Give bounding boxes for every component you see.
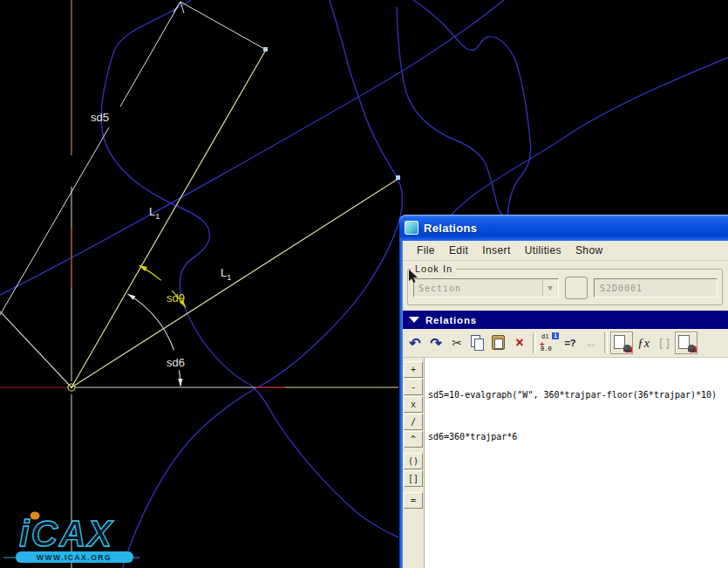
relations-editor[interactable]: sd5=10-evalgraph("W", 360*trajpar-floor(…	[425, 358, 728, 568]
spline-curve[interactable]	[123, 0, 403, 568]
relations-work-area: + - x / ^ () [] = sd5=10-evalgraph("W", …	[403, 358, 728, 568]
centerlines[interactable]	[0, 0, 398, 568]
model-name-field[interactable]: S2D0001	[594, 278, 718, 298]
sort-relations-icon[interactable]	[610, 332, 633, 354]
relations-toolbar: ↶ ↷ ✂ × d1 + 0.0 i =? ↔	[403, 329, 728, 358]
operator-minus-button[interactable]: -	[404, 379, 423, 395]
menu-bar: File Edit Insert Utilities Show	[403, 241, 728, 261]
menu-edit[interactable]: Edit	[442, 243, 475, 258]
operator-parens-button[interactable]: ()	[404, 453, 423, 469]
operator-plus-button[interactable]: +	[404, 361, 423, 378]
relation-line[interactable]: sd5=10-evalgraph("W", 360*trajpar-floor(…	[428, 388, 728, 402]
spline-curve[interactable]	[413, 0, 531, 218]
operator-multiply-button[interactable]: x	[404, 396, 423, 413]
endpoint-dot[interactable]	[263, 47, 268, 51]
operator-equals-button[interactable]: =	[404, 492, 423, 509]
window-icon	[405, 221, 418, 235]
cursor-arrow-icon	[408, 270, 419, 283]
sd6-arrowhead	[178, 379, 182, 387]
units-manager-icon[interactable]	[675, 332, 697, 354]
label-sd6[interactable]: sd6	[167, 356, 185, 369]
icax-logo-url: WWW.ICAX.ORG	[37, 553, 112, 562]
paste-icon[interactable]	[488, 332, 509, 353]
relation-line[interactable]: sd6=360*trajpar*6	[428, 430, 728, 444]
dialog-title: Relations	[424, 222, 477, 235]
label-L1-shallow[interactable]: L1	[221, 266, 231, 282]
operator-palette: + - x / ^ () [] =	[403, 358, 425, 568]
cut-icon[interactable]: ✂	[446, 332, 467, 353]
redo-icon[interactable]: ↷	[425, 332, 446, 353]
menu-file[interactable]: File	[410, 243, 442, 258]
triangle-down-icon	[409, 317, 419, 323]
icax-logo: iCAX WWW.ICAX.ORG	[3, 512, 139, 564]
endpoint-dot[interactable]	[396, 175, 400, 180]
line-L1-shallow[interactable]	[71, 178, 399, 387]
resize-icon-disabled: ↔	[581, 332, 602, 353]
copy-icon[interactable]	[467, 332, 488, 353]
icax-logo-dot	[31, 512, 40, 520]
line-L1-steep[interactable]	[71, 50, 266, 387]
label-sd9[interactable]: sd9	[167, 291, 185, 305]
undo-icon[interactable]: ↶	[405, 332, 425, 353]
local-parameters-icon-disabled: [ ]	[654, 332, 675, 353]
menu-insert[interactable]: Insert	[475, 243, 517, 258]
look-in-section: Look In Section ▼ S2D0001	[403, 261, 728, 311]
label-sd5[interactable]: sd5	[91, 111, 109, 124]
select-item-button[interactable]	[565, 277, 588, 299]
toggle-dimensions-icon[interactable]: d1 + 0.0 i	[539, 332, 560, 353]
dialog-titlebar[interactable]: Relations	[399, 215, 728, 241]
chevron-down-icon[interactable]: ▼	[542, 280, 558, 296]
spline-curve[interactable]	[448, 58, 728, 218]
delete-icon[interactable]: ×	[509, 332, 530, 353]
operator-brackets-button[interactable]: []	[404, 470, 423, 487]
toolbar-separator	[533, 332, 536, 353]
verify-relations-icon[interactable]: =?	[560, 332, 581, 353]
origin-marker[interactable]	[68, 384, 75, 391]
look-in-selected-value: Section	[418, 284, 461, 293]
label-L1-steep[interactable]: L1	[149, 205, 160, 221]
insert-function-icon[interactable]: ƒx	[633, 332, 654, 353]
sd6-arrowhead	[127, 294, 135, 300]
menu-utilities[interactable]: Utilities	[518, 243, 568, 258]
operator-divide-button[interactable]: /	[404, 414, 423, 430]
relations-dialog: Relations File Edit Insert Utilities Sho…	[399, 215, 728, 568]
line-upper-left[interactable]	[0, 311, 71, 387]
operator-power-button[interactable]: ^	[404, 431, 423, 448]
menu-show[interactable]: Show	[568, 243, 610, 258]
toolbar-separator	[604, 332, 608, 353]
dimension-sd6[interactable]	[127, 294, 182, 387]
look-in-select[interactable]: Section ▼	[413, 278, 559, 298]
relations-collapse-bar[interactable]: Relations	[403, 311, 728, 329]
relations-bar-label: Relations	[425, 315, 477, 325]
app-window: sd5 L1 L1 sd9 sd6 iCAX WWW.ICAX.ORG Rela…	[0, 0, 728, 568]
